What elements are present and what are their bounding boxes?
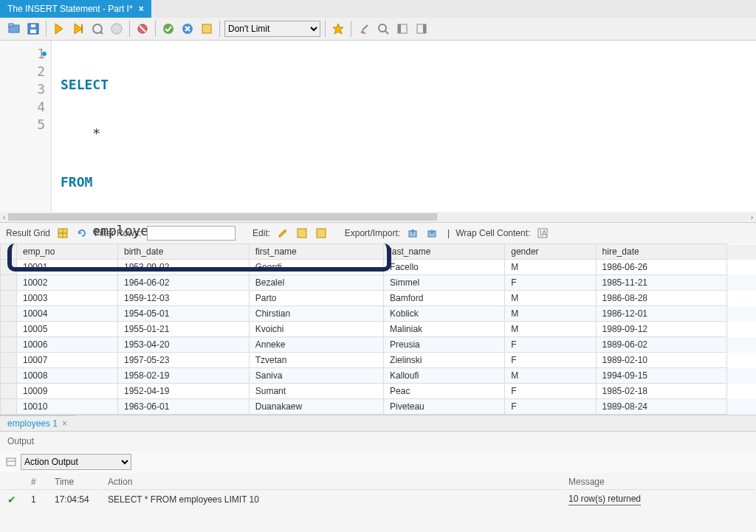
result-grid[interactable]: emp_no birth_date first_name last_name g… <box>0 243 756 415</box>
refresh-icon[interactable] <box>75 227 89 240</box>
scroll-thumb[interactable] <box>8 213 437 221</box>
breakpoint-dot-icon <box>42 52 47 56</box>
table-row[interactable]: 100101963-06-01DuanakaewPiveteauF1989-08… <box>1 399 756 415</box>
result-grid-label: Result Grid <box>6 228 50 238</box>
filter-rows-input[interactable] <box>147 226 236 241</box>
import-icon[interactable] <box>425 227 439 240</box>
scroll-track[interactable] <box>8 213 747 221</box>
no-limit-icon[interactable] <box>134 21 151 37</box>
rollback-icon[interactable] <box>179 21 196 37</box>
col-birth-date[interactable]: birth_date <box>117 244 249 260</box>
col-gender[interactable]: gender <box>505 244 596 260</box>
open-file-icon[interactable] <box>6 21 22 37</box>
export-icon[interactable] <box>406 227 419 240</box>
svg-line-16 <box>362 25 368 30</box>
editor-tab-bar: The INSERT Statement - Part I* × <box>0 0 756 18</box>
svg-line-18 <box>385 31 388 34</box>
svg-point-17 <box>379 24 386 32</box>
editor-tab[interactable]: The INSERT Statement - Part I* × <box>0 0 151 18</box>
edit-grid-icon[interactable] <box>295 227 309 240</box>
code-area[interactable]: SELECT * FROM employees LIMIT 10; <box>52 41 756 212</box>
svg-rect-27 <box>317 229 326 238</box>
edit-pencil-icon[interactable] <box>276 227 289 240</box>
edit-grid2-icon[interactable] <box>315 227 328 240</box>
output-view-icon[interactable] <box>6 457 16 467</box>
action-row[interactable]: ✔ 1 17:04:54 SELECT * FROM employees LIM… <box>1 491 755 508</box>
svg-rect-26 <box>298 229 306 238</box>
table-row[interactable]: 100041954-05-01ChirstianKoblickM1986-12-… <box>1 306 756 322</box>
sql-editor[interactable]: 1 2 3 4 5 SELECT * FROM employees LIMIT … <box>0 41 756 212</box>
stop-icon[interactable] <box>109 21 125 37</box>
svg-rect-20 <box>398 24 401 33</box>
grid-header-row: emp_no birth_date first_name last_name g… <box>1 244 756 260</box>
row-header-corner <box>1 244 17 260</box>
table-row[interactable]: 100091952-04-19SumantPeacF1985-02-18 <box>1 384 756 399</box>
line-gutter: 1 2 3 4 5 <box>0 41 52 212</box>
svg-text:IA: IA <box>540 229 547 238</box>
table-row[interactable]: 100031959-12-03PartoBamfordM1986-08-28 <box>1 291 756 306</box>
limit-dropdown[interactable]: Don't Limit <box>224 21 320 37</box>
commit-icon[interactable] <box>160 21 176 37</box>
save-icon[interactable] <box>25 21 41 37</box>
output-header: Output <box>0 431 756 451</box>
result-tab[interactable]: employees 1 × <box>0 415 75 431</box>
svg-rect-1 <box>9 24 13 27</box>
col-last-name[interactable]: last_name <box>384 244 505 260</box>
chevron-left-icon[interactable]: ‹ <box>3 213 5 221</box>
autocommit-icon[interactable] <box>199 21 215 37</box>
editor-hscroll[interactable]: ‹ › <box>0 212 756 222</box>
svg-rect-4 <box>31 24 35 27</box>
output-bar: Action Output <box>0 451 756 473</box>
action-output-table: # Time Action Message ✔ 1 17:04:54 SELEC… <box>0 473 756 509</box>
table-row[interactable]: 100011953-09-02GeordiFacelloM1986-06-26 <box>1 260 756 275</box>
output-message: 10 row(s) returned <box>568 494 641 505</box>
grid-icon[interactable] <box>56 227 69 240</box>
sql-toolbar: Don't Limit <box>0 18 756 41</box>
result-grid-wrap: emp_no birth_date first_name last_name g… <box>0 243 756 415</box>
svg-rect-32 <box>7 458 16 466</box>
svg-rect-3 <box>30 30 36 33</box>
panel-toggle-icon[interactable] <box>394 21 410 37</box>
col-first-name[interactable]: first_name <box>249 244 383 260</box>
execute-icon[interactable] <box>51 21 67 37</box>
close-icon[interactable]: × <box>139 4 144 14</box>
table-row[interactable]: 100061953-04-20AnnekePreusiaF1989-06-02 <box>1 337 756 353</box>
brush-icon[interactable] <box>356 21 372 37</box>
svg-rect-22 <box>423 24 426 33</box>
filter-rows-label: Filter Rows: <box>94 228 141 238</box>
table-row[interactable]: 100081958-02-19SanivaKalloufiM1994-09-15 <box>1 368 756 384</box>
search-icon[interactable] <box>375 21 391 37</box>
col-emp-no[interactable]: emp_no <box>17 244 118 260</box>
svg-point-8 <box>111 24 122 34</box>
result-tab-bar: employees 1 × <box>0 415 756 431</box>
export-import-label: Export/Import: <box>345 228 400 238</box>
panel-right-icon[interactable] <box>413 21 430 37</box>
status-ok-icon: ✔ <box>7 494 16 505</box>
svg-rect-15 <box>202 24 211 33</box>
execute-current-icon[interactable] <box>70 21 86 37</box>
svg-point-11 <box>163 24 173 34</box>
svg-line-7 <box>100 32 103 34</box>
table-row[interactable]: 100021964-06-02BezalelSimmelF1985-11-21 <box>1 275 756 291</box>
wrap-cell-label: Wrap Cell Content: <box>456 228 530 238</box>
beautify-icon[interactable] <box>330 21 346 37</box>
tab-title: The INSERT Statement - Part I* <box>7 4 133 14</box>
chevron-right-icon[interactable]: › <box>751 213 753 221</box>
wrap-cell-icon[interactable]: IA <box>536 227 549 240</box>
table-row[interactable]: 100051955-01-21KvoichiMaliniakM1989-09-1… <box>1 322 756 337</box>
close-icon[interactable]: × <box>62 418 67 429</box>
edit-label: Edit: <box>252 228 270 238</box>
explain-icon[interactable] <box>89 21 106 37</box>
output-type-dropdown[interactable]: Action Output <box>21 454 131 470</box>
table-row[interactable]: 100071957-05-23TzvetanZielinskiF1989-02-… <box>1 353 756 368</box>
col-hire-date[interactable]: hire_date <box>596 244 727 260</box>
